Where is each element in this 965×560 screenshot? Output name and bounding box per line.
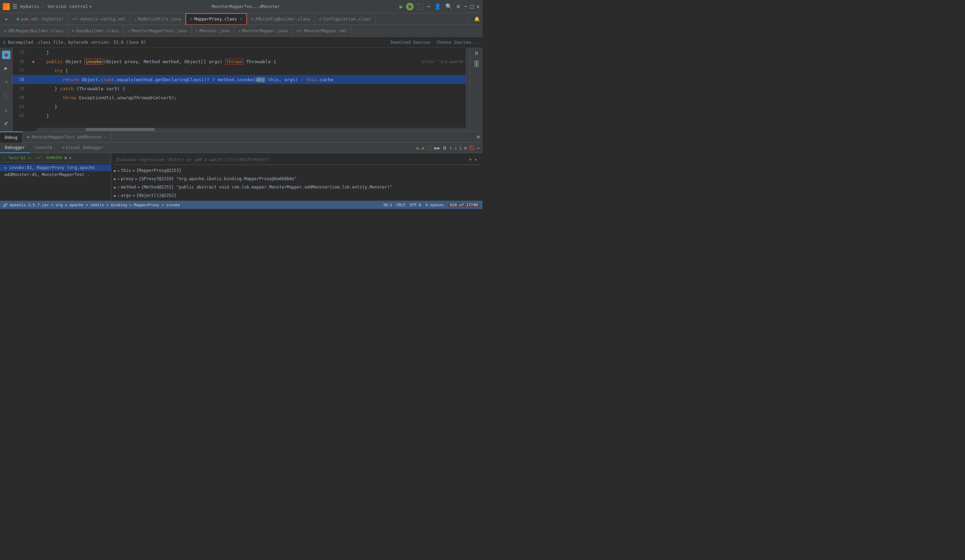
debug-subtab-visual-label: Visual Debugger bbox=[65, 145, 103, 150]
var-item-method[interactable]: ▶ ⊙ method = {Method@2251} "public abstr… bbox=[114, 183, 480, 191]
stop-button[interactable]: ⬛ bbox=[417, 3, 424, 10]
debug-toolbar: ↻ ↺ ⬛ ▶▶ ⏸ ↑ ↓ ⤵ ⊘ 🚫 ⋯ bbox=[417, 145, 483, 151]
window-controls: ─ □ ✕ bbox=[464, 3, 480, 10]
right-sidebar-icon-db[interactable]: 🗄 bbox=[473, 60, 480, 68]
search-icon[interactable]: 🔍 bbox=[445, 3, 452, 10]
minimize-button[interactable]: ─ bbox=[464, 3, 468, 10]
tab-label-monstermapper-java: MonsterMapper.java bbox=[242, 28, 288, 33]
var-expand-proxy[interactable]: ▶ bbox=[114, 177, 116, 181]
debug-more-icon[interactable]: ⋯ bbox=[477, 145, 480, 151]
debug-stop-icon[interactable]: ⬛ bbox=[426, 145, 432, 151]
filter-icon[interactable]: ⊟ bbox=[65, 155, 67, 160]
var-item-args[interactable]: ▶ ⊙ args = {Object[1]@2252} bbox=[114, 191, 480, 200]
tab-xmlconfig[interactable]: ⊙ XMLConfigBuilder.class bbox=[247, 13, 315, 25]
dropdown-icon[interactable]: ▾ bbox=[69, 155, 72, 160]
tab-configuration[interactable]: ⊙ Configuration.class bbox=[315, 13, 376, 25]
tab-monstermappertest[interactable]: ☕ MonsterMapperTest.java bbox=[123, 25, 191, 37]
var-item-this[interactable]: ▶ ≡ this = {MapperProxy@2253} bbox=[114, 166, 480, 175]
add-watch-icon[interactable]: + bbox=[469, 157, 472, 162]
download-sources-link[interactable]: Download Sources bbox=[391, 40, 431, 45]
status-indent[interactable]: 4 spaces bbox=[425, 203, 444, 207]
sidebar-icon-run[interactable]: ▶ bbox=[2, 63, 11, 73]
vertical-scrollbar[interactable] bbox=[466, 48, 470, 128]
layout-icon[interactable]: ⊞ bbox=[477, 134, 480, 140]
var-item-proxy[interactable]: ▶ ⊙ proxy = {$Proxy7@2219} "org.apache.i… bbox=[114, 175, 480, 183]
debug-step-into-icon[interactable]: ↓ bbox=[455, 145, 457, 151]
debug-subtab-console[interactable]: Console bbox=[30, 143, 57, 153]
tab-icon-basebuilder: ⊙ bbox=[72, 28, 75, 33]
run-config-label: MonsterMapperTes...dMonster bbox=[212, 4, 280, 9]
var-item-sqlsession[interactable]: ▶ ∞ this.sqlSession = {DefaultSqlSession… bbox=[114, 200, 480, 201]
tab-mybatis-config[interactable]: </> mybatis-config.xml bbox=[68, 13, 130, 25]
bottom-tabs: Debug ▶ MonsterMapperTest.addMonster ✕ ⊞ bbox=[0, 132, 483, 143]
status-encoding[interactable]: UTF-8 bbox=[410, 203, 421, 207]
debug-step-over-icon[interactable]: ↻ bbox=[417, 145, 419, 151]
code-editor[interactable]: 35 } 36 ● public Object invoke(Object pr… bbox=[13, 48, 470, 131]
line-num-35: 35 bbox=[13, 50, 30, 55]
debug-step-back-icon[interactable]: ↺ bbox=[421, 145, 424, 151]
sidebar-icon-git[interactable]: ⑃ bbox=[2, 77, 11, 87]
debug-resume-icon[interactable]: ▶▶ bbox=[434, 145, 440, 151]
right-sidebar-icon-m: M bbox=[475, 51, 478, 56]
tab-xmlmapperbuilder[interactable]: ⊙ XMLMapperBuilder.class bbox=[0, 25, 68, 37]
debug-pause-icon[interactable]: ⏸ bbox=[442, 145, 447, 151]
tab-icon-monstermapper-java: ☕ bbox=[238, 28, 241, 33]
breakpoint-36: ● bbox=[32, 60, 34, 64]
var-expand-args[interactable]: ▶ bbox=[114, 194, 116, 198]
debug-mute-icon[interactable]: ⊘ bbox=[464, 145, 466, 151]
status-position[interactable]: 38:1 bbox=[383, 203, 392, 207]
debug-clear-icon[interactable]: 🚫 bbox=[469, 145, 475, 151]
sidebar-icon-terminal[interactable]: ⬛ bbox=[2, 91, 11, 101]
status-memory[interactable]: 828 of 1774M bbox=[448, 203, 480, 207]
version-control-button[interactable]: Version control ▾ bbox=[47, 4, 92, 9]
expand-expr-icon[interactable]: ▾ bbox=[474, 157, 477, 162]
debug-step-out-icon[interactable]: ↑ bbox=[449, 145, 452, 151]
bottom-tab-monstermappertest[interactable]: ▶ MonsterMapperTest.addMonster ✕ bbox=[23, 132, 111, 143]
var-eq-proxy: = bbox=[135, 176, 137, 181]
bottom-tab-close-monstermappertest[interactable]: ✕ bbox=[104, 135, 106, 139]
tab-icon-m: m bbox=[17, 17, 19, 21]
expression-input[interactable]: Evaluate expression (Enter) or add a wat… bbox=[117, 157, 469, 162]
new-tab-icon[interactable]: + bbox=[0, 16, 13, 22]
horizontal-scrollbar-thumb[interactable] bbox=[85, 128, 155, 131]
tab-mybatisutils[interactable]: ☕ MyBatisUtils.java bbox=[130, 13, 185, 25]
status-line-ending[interactable]: CRLF bbox=[396, 203, 406, 207]
tab-overflow-icon[interactable]: ⋮ bbox=[467, 16, 471, 21]
var-expand-this[interactable]: ▶ bbox=[114, 169, 116, 173]
hamburger-menu[interactable]: ☰ bbox=[13, 3, 17, 10]
settings-icon[interactable]: ⚙ bbox=[456, 3, 460, 10]
sidebar-icon-bookmarks[interactable]: ⑈ bbox=[2, 119, 11, 129]
tab-monstermapper-xml[interactable]: </> MonsterMapper.xml bbox=[292, 25, 352, 37]
tab-basebuilder[interactable]: ⊙ BaseBuilder.class bbox=[68, 25, 123, 37]
maximize-button[interactable]: □ bbox=[470, 3, 474, 10]
account-icon[interactable]: 👤 bbox=[434, 3, 441, 10]
line-num-41: 41 bbox=[13, 104, 30, 109]
run-button[interactable]: ▶ bbox=[399, 3, 403, 10]
stack-item-addmonster[interactable]: addMonster:45, MonsterMapperTest . bbox=[0, 171, 111, 178]
tab-close-mapperproxy[interactable]: ✕ bbox=[240, 17, 242, 21]
code-content-39: } catch (Throwable var5) { bbox=[37, 86, 470, 91]
debug-subtab-visual[interactable]: ⊙ Visual Debugger bbox=[57, 143, 108, 153]
tab-bar-row1: + m pom.xml (mybatis) </> mybatis-config… bbox=[0, 13, 483, 25]
sidebar-icon-problems[interactable]: ⚠ bbox=[2, 105, 11, 114]
horizontal-scrollbar[interactable] bbox=[37, 128, 470, 131]
debug-run-to-cursor-icon[interactable]: ⤵ bbox=[459, 145, 462, 151]
sidebar-icon-debug[interactable]: 🐞 bbox=[2, 51, 10, 59]
debug-subtab-debugger[interactable]: Debugger bbox=[0, 143, 30, 153]
bottom-panel-right-icons: ⊞ bbox=[474, 134, 483, 140]
debug-run-button[interactable]: 🐞 bbox=[406, 3, 414, 10]
close-button[interactable]: ✕ bbox=[476, 3, 480, 10]
tab-mapperproxy[interactable]: ⊙ MapperProxy.class ✕ bbox=[185, 13, 247, 25]
choose-sources-link[interactable]: Choose Sources... bbox=[436, 40, 479, 45]
status-breadcrumb: mybatis-3.5.7.jar > org > apache > ibati… bbox=[10, 203, 180, 207]
notifications-icon[interactable]: 🔔 bbox=[474, 16, 480, 21]
tab-monster[interactable]: ☕ Monster.java bbox=[191, 25, 234, 37]
tab-monstermapper-java[interactable]: ☕ MonsterMapper.java bbox=[234, 25, 292, 37]
more-options-icon[interactable]: ⋯ bbox=[427, 3, 430, 10]
bottom-tab-debug[interactable]: Debug bbox=[0, 132, 23, 143]
var-icon-method: ⊙ bbox=[118, 185, 119, 189]
stack-item-invoke[interactable]: ↻ invoke:83, MapperProxy (org.apache. bbox=[0, 164, 111, 171]
tab-pom[interactable]: m pom.xml (mybatis) bbox=[13, 13, 68, 25]
code-line-39: 39 } catch (Throwable var5) { bbox=[13, 84, 470, 93]
var-expand-method[interactable]: ▶ bbox=[114, 185, 116, 189]
